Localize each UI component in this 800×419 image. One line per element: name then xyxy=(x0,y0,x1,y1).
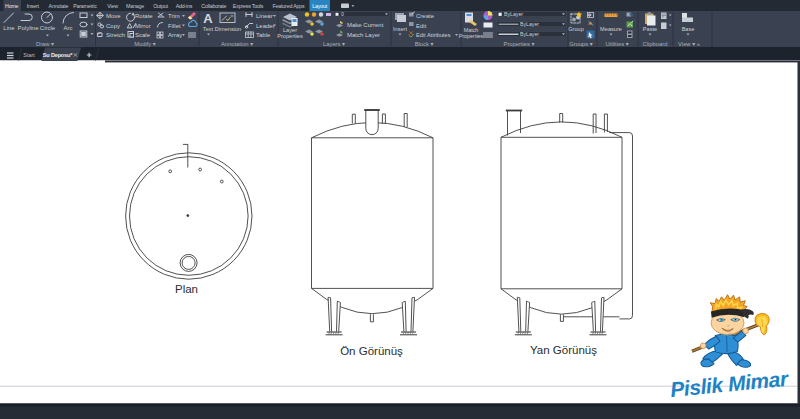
svg-text:A: A xyxy=(203,11,213,26)
svg-text:Move: Move xyxy=(106,13,121,19)
svg-text:Table: Table xyxy=(256,32,271,38)
svg-text:Add-ins: Add-ins xyxy=(176,3,193,9)
svg-text:Base: Base xyxy=(682,26,695,32)
svg-text:Properties: Properties xyxy=(459,33,484,39)
svg-text:Properties: Properties xyxy=(277,33,303,39)
svg-text:Copy: Copy xyxy=(106,23,120,29)
svg-text:Start: Start xyxy=(23,52,35,58)
svg-text:Edit Attributes: Edit Attributes xyxy=(416,32,451,38)
svg-text:Yan Görünüş: Yan Görünüş xyxy=(530,344,597,356)
svg-text:Annotate: Annotate xyxy=(49,3,69,9)
svg-text:Match Layer: Match Layer xyxy=(347,32,380,38)
svg-text:0: 0 xyxy=(341,11,344,17)
svg-text:Paste: Paste xyxy=(643,26,657,32)
svg-text:Measure: Measure xyxy=(600,26,622,32)
svg-text:Linear: Linear xyxy=(256,13,273,19)
svg-text:Circle: Circle xyxy=(40,25,56,31)
svg-text:Trim: Trim xyxy=(168,13,180,19)
svg-text:ByLayer: ByLayer xyxy=(504,11,523,17)
svg-text:Draw ▾: Draw ▾ xyxy=(36,41,54,47)
svg-text:Utilities ▾: Utilities ▾ xyxy=(605,41,628,47)
svg-text:ByLayer: ByLayer xyxy=(520,31,539,37)
svg-text:Mirror: Mirror xyxy=(135,23,151,29)
svg-text:Edit: Edit xyxy=(416,23,427,29)
svg-text:Su Deposu*: Su Deposu* xyxy=(43,52,73,58)
svg-text:Dimension: Dimension xyxy=(215,26,241,32)
svg-text:ByLayer: ByLayer xyxy=(520,21,539,27)
svg-text:Scale: Scale xyxy=(135,32,151,38)
svg-text:Arc: Arc xyxy=(64,25,73,31)
svg-text:Clipboard: Clipboard xyxy=(643,41,668,47)
svg-text:Manage: Manage xyxy=(126,3,144,9)
svg-text:Home: Home xyxy=(5,3,19,9)
svg-text:Featured Apps: Featured Apps xyxy=(273,3,305,9)
svg-text:Express Tools: Express Tools xyxy=(233,3,264,9)
svg-text:View: View xyxy=(107,3,118,9)
svg-text:Annotation ▾: Annotation ▾ xyxy=(221,41,253,47)
svg-text:Group: Group xyxy=(568,26,584,32)
svg-text:Block ▾: Block ▾ xyxy=(415,41,434,47)
svg-text:Ön Görünüş: Ön Görünüş xyxy=(340,345,403,357)
svg-text:Parametric: Parametric xyxy=(73,3,97,9)
svg-text:Groups ▾: Groups ▾ xyxy=(569,41,593,47)
svg-text:Insert: Insert xyxy=(393,26,407,32)
svg-text:Collaborate: Collaborate xyxy=(201,3,226,9)
svg-text:Rotate: Rotate xyxy=(135,13,153,19)
svg-text:Properties ▾: Properties ▾ xyxy=(504,41,535,47)
svg-text:Match: Match xyxy=(464,27,479,33)
svg-text:Make Current: Make Current xyxy=(347,22,384,28)
svg-text:Array: Array xyxy=(168,32,182,38)
svg-text:Plan: Plan xyxy=(175,283,198,295)
svg-text:Layout: Layout xyxy=(312,3,327,9)
svg-text:Output: Output xyxy=(153,3,168,9)
svg-text:Create: Create xyxy=(416,13,435,19)
svg-text:View ▾ »: View ▾ » xyxy=(678,41,700,47)
svg-text:Text: Text xyxy=(203,26,214,32)
svg-text:Fillet: Fillet xyxy=(168,23,181,29)
svg-text:Stretch: Stretch xyxy=(106,32,125,38)
svg-text:Line: Line xyxy=(3,25,15,31)
svg-text:Modify ▾: Modify ▾ xyxy=(134,41,156,47)
svg-text:Layers ▾: Layers ▾ xyxy=(323,41,345,47)
svg-text:Layer: Layer xyxy=(283,27,297,33)
svg-text:Polyline: Polyline xyxy=(17,25,39,31)
svg-text:Leader: Leader xyxy=(256,23,275,29)
svg-text:Insert: Insert xyxy=(27,3,40,9)
